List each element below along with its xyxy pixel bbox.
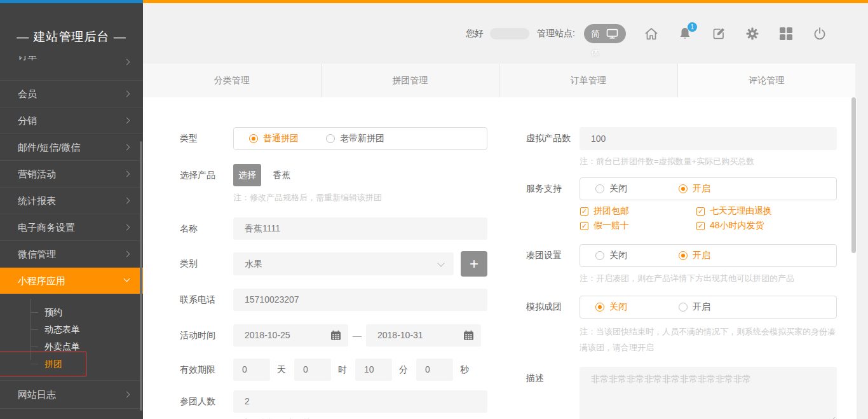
- radio-icon: [326, 134, 335, 143]
- chevron-right-icon: [124, 144, 130, 151]
- chevron-down-icon: [437, 259, 444, 266]
- field-name: 名称 香蕉1111: [180, 217, 498, 240]
- radio-icon: [679, 251, 688, 260]
- group-fill-note: 注：开启凑团，则在产品详情下方出现其他可以拼团的产品: [580, 273, 847, 284]
- content-scrollbar-thumb[interactable]: [851, 97, 856, 253]
- power-icon: [812, 26, 827, 41]
- checkbox-48h-shipping[interactable]: 48小时内发货: [696, 219, 813, 232]
- phone-input[interactable]: 15710023207: [233, 289, 487, 311]
- calendar-icon: [330, 330, 341, 341]
- submenu-item-takeout[interactable]: 外卖点单: [0, 338, 143, 355]
- checkbox-icon: [696, 207, 705, 216]
- logout-button[interactable]: [811, 25, 828, 42]
- language-switcher[interactable]: 简体: [584, 24, 626, 43]
- description-textarea[interactable]: 非常非常非常非常非常非常非常非常非常: [580, 367, 837, 419]
- annotation-highlight-box: [0, 352, 86, 376]
- monitor-icon: [606, 29, 618, 39]
- sidebar-item-members[interactable]: 会员: [0, 81, 143, 107]
- date-range-separator: —: [353, 331, 362, 341]
- notifications-button[interactable]: 1: [677, 25, 693, 42]
- minutes-input[interactable]: 10: [355, 359, 392, 381]
- hours-input[interactable]: 0: [294, 359, 331, 381]
- radio-referral-groupbuy[interactable]: 老带新拼团: [326, 133, 409, 144]
- sidebar-scrollbar-thumb[interactable]: [140, 141, 142, 411]
- greeting-text: 您好: [466, 28, 484, 39]
- submenu-item-group-buy[interactable]: 拼团: [0, 355, 143, 373]
- radio-service-on[interactable]: 开启: [679, 183, 762, 195]
- radio-icon: [595, 303, 604, 312]
- checkbox-7day-return[interactable]: 七天无理由退换: [696, 205, 813, 217]
- header: 您好 管理站点: 简体 1: [143, 3, 868, 64]
- tab-category-management[interactable]: 分类管理: [143, 64, 321, 97]
- field-product: 选择产品 选择 香蕉 注：修改产品规格后，需重新编辑该拼团: [180, 164, 498, 203]
- tab-groupbuy-management[interactable]: 拼团管理: [321, 64, 499, 97]
- sidebar-item-distribution[interactable]: 分销: [0, 107, 143, 134]
- sidebar-item-marketing[interactable]: 营销活动: [0, 161, 143, 188]
- sidebar-item-site-logs[interactable]: 网站日志: [0, 381, 143, 409]
- members-input[interactable]: 2: [233, 390, 487, 413]
- chevron-right-icon: [124, 91, 130, 97]
- tab-review-management[interactable]: 评论管理: [677, 64, 856, 97]
- sidebar-item-miniprogram-apps[interactable]: 小程序应用: [0, 268, 143, 294]
- radio-simulate-on[interactable]: 开启: [679, 301, 762, 313]
- sidebar-menu: 订单 会员 分销 邮件/短信/微信 营销活动 统计报表 电子商务设置 微信管理 …: [0, 56, 143, 409]
- checkbox-icon: [580, 207, 588, 216]
- miniprogram-submenu: 预约 动态表单 外卖点单 拼团: [0, 294, 143, 381]
- app-title: — 建站管理后台 —: [0, 3, 143, 56]
- sidebar-item-wechat-management[interactable]: 微信管理: [0, 241, 143, 268]
- home-button[interactable]: [643, 25, 660, 42]
- grid-icon: [780, 27, 792, 40]
- apps-button[interactable]: [778, 25, 794, 42]
- radio-icon: [595, 184, 604, 193]
- name-input[interactable]: 香蕉1111: [233, 217, 487, 240]
- chevron-right-icon: [124, 171, 130, 177]
- field-activity-time: 活动时间 2018-10-25 —: [180, 324, 498, 347]
- virtual-count-input[interactable]: 100: [580, 127, 837, 150]
- tab-bar: 分类管理 拼团管理 订单管理 评论管理: [143, 64, 855, 97]
- sidebar-item-mail-sms-wechat[interactable]: 邮件/短信/微信: [0, 134, 143, 161]
- field-simulate: 模拟成团 关闭 开启 注：当该团快结束时，人员不满的情况下，则系统会模拟买家的身…: [526, 296, 847, 355]
- category-select[interactable]: 水果: [233, 252, 454, 275]
- product-note: 注：修改产品规格后，需重新编辑该拼团: [233, 192, 498, 203]
- radio-icon: [679, 303, 688, 312]
- chevron-right-icon: [124, 118, 130, 124]
- chevron-right-icon: [124, 224, 130, 231]
- chevron-right-icon: [124, 251, 130, 258]
- settings-button[interactable]: [744, 25, 761, 42]
- resize-handle[interactable]: [829, 415, 835, 419]
- field-group-fill: 凑团设置 关闭 开启 注：开启凑团，则在产品详情下方出现其他可以拼团的产品: [526, 244, 847, 284]
- field-members: 参团人数 2 “参团人数”需大于等于2: [180, 390, 498, 419]
- select-product-button[interactable]: 选择: [233, 164, 261, 186]
- radio-service-off[interactable]: 关闭: [595, 183, 679, 195]
- field-category: 类别 水果 +: [180, 251, 498, 277]
- form-right-column: 虚拟产品数 100 注：前台已拼团件数=虚拟数量+实际已购买总数 服务支持 关闭…: [526, 127, 847, 419]
- days-input[interactable]: 0: [233, 359, 270, 381]
- checkbox-fake-one-pay-ten[interactable]: 假一赔十: [580, 219, 696, 232]
- radio-groupfill-on[interactable]: 开启: [679, 250, 762, 261]
- checkbox-icon: [696, 222, 705, 230]
- submenu-item-dynamic-forms[interactable]: 动态表单: [0, 321, 143, 338]
- chevron-right-icon: [124, 392, 130, 398]
- radio-normal-groupbuy[interactable]: 普通拼团: [249, 133, 326, 144]
- field-phone: 联系电话 15710023207: [180, 289, 498, 311]
- sidebar-item-ecommerce-settings[interactable]: 电子商务设置: [0, 214, 143, 241]
- sidebar-item-reports[interactable]: 统计报表: [0, 188, 143, 214]
- field-service-support: 服务支持 关闭 开启 拼团包邮: [526, 177, 847, 232]
- start-date-input[interactable]: 2018-10-25: [233, 324, 348, 347]
- simulate-note: 注：当该团快结束时，人员不满的情况下，则系统会模拟买家的身份凑满该团，请合理开启: [580, 324, 840, 355]
- submenu-item-booking[interactable]: 预约: [0, 304, 143, 321]
- virtual-count-note: 注：前台已拼团件数=虚拟数量+实际已购买总数: [580, 156, 847, 167]
- radio-icon: [249, 134, 258, 143]
- end-date-input[interactable]: 2018-10-31: [366, 324, 481, 347]
- sidebar-item-orders[interactable]: 订单: [0, 56, 143, 81]
- calendar-icon: [463, 330, 474, 341]
- gear-icon: [745, 26, 760, 41]
- add-category-button[interactable]: +: [461, 251, 487, 277]
- radio-simulate-off[interactable]: 关闭: [595, 301, 679, 313]
- radio-groupfill-off[interactable]: 关闭: [595, 250, 679, 261]
- seconds-input[interactable]: 0: [416, 359, 453, 381]
- tab-order-management[interactable]: 订单管理: [499, 64, 677, 97]
- checkbox-free-shipping[interactable]: 拼团包邮: [580, 205, 696, 217]
- compose-button[interactable]: [710, 25, 727, 42]
- radio-icon: [595, 251, 604, 260]
